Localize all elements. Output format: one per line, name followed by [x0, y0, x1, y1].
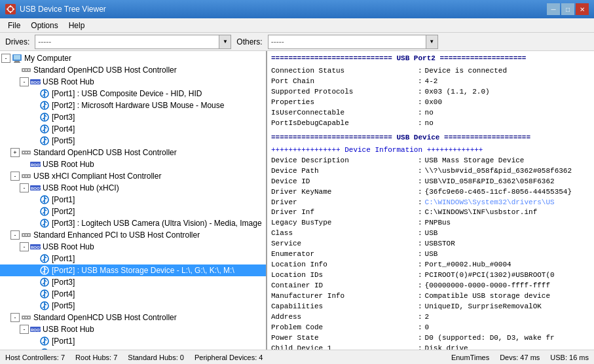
tree-item-port5-2[interactable]: [Port2]: [0, 347, 266, 350]
tree-item-roothub2[interactable]: ROOTUSB Root Hub: [0, 158, 266, 170]
tree-item-port4-5[interactable]: [Port5]: [0, 300, 266, 312]
others-combo[interactable]: ----- ▼: [268, 35, 438, 49]
location-info-val: Port_#0002.Hub_#0004: [425, 260, 511, 270]
driver-inf-row: Driver Inf : C:\WINDOWS\INF\usbstor.inf: [271, 208, 590, 218]
expand-btn-ohci4[interactable]: -: [10, 313, 20, 322]
expand-btn-roothub1[interactable]: -: [20, 77, 29, 86]
tree-item-port1-5[interactable]: [Port5]: [0, 135, 266, 147]
svg-rect-63: [28, 234, 29, 236]
location-info-row: Location Info : Port_#0002.Hub_#0004: [271, 260, 590, 270]
tree-item-ohci4[interactable]: -Standard OpenHCD USB Host Controller: [0, 312, 266, 323]
tree-item-xhci1[interactable]: -USB xHCI Compliant Host Controller: [0, 170, 266, 182]
host-controllers-status: Host Controllers: 7: [5, 354, 65, 361]
tree-panel[interactable]: -My ComputerStandard OpenHCD USB Host Co…: [0, 51, 267, 350]
others-label: Others:: [236, 37, 262, 46]
tree-item-port1-3[interactable]: [Port3]: [0, 111, 266, 123]
container-id-row: Container ID : {00000000-0000-0000-ffff-…: [271, 281, 590, 291]
tree-label-roothub4: USB Root Hub: [43, 242, 94, 251]
driver-key: Driver: [271, 198, 415, 208]
legacy-bustype-key: Legacy BusType: [271, 218, 415, 228]
tree-item-mycomputer[interactable]: -My Computer: [0, 52, 266, 64]
drives-dropdown-btn[interactable]: ▼: [219, 35, 231, 48]
maximize-button[interactable]: □: [561, 3, 574, 15]
enumerator-key: Enumerator: [271, 249, 415, 260]
svg-rect-12: [26, 69, 27, 71]
expand-btn-roothub5[interactable]: -: [20, 325, 29, 334]
svg-text:ROOT: ROOT: [31, 163, 41, 167]
drives-label: Drives:: [5, 37, 29, 46]
location-ids-key: Location IDs: [271, 270, 415, 281]
standard-hubs-status: Standard Hubs: 0: [128, 354, 184, 361]
svg-rect-9: [14, 62, 20, 63]
expand-btn-ohci2[interactable]: +: [10, 148, 20, 157]
tree-item-port5-1[interactable]: [Port1]: [0, 335, 266, 347]
svg-rect-44: [26, 175, 27, 177]
child-device-val: Disk drive: [425, 344, 468, 350]
tree-item-port3-3[interactable]: [Port3] : Logitech USB Camera (Ultra Vis…: [0, 217, 266, 229]
close-button[interactable]: ✕: [576, 3, 589, 15]
tree-item-port4-3[interactable]: [Port3]: [0, 276, 266, 288]
connection-status-key: Connection Status: [271, 66, 415, 77]
tree-icon-usb: [39, 348, 50, 350]
device-description-val: USB Mass Storage Device: [425, 156, 525, 166]
details-panel[interactable]: ============================ USB Port2 =…: [267, 51, 594, 350]
menu-file[interactable]: File: [3, 20, 26, 31]
tree-item-port4-2[interactable]: [Port2] : USB Mass Storage Device - L:\,…: [0, 264, 266, 276]
tree-item-port4-1[interactable]: [Port1]: [0, 253, 266, 264]
usb-device-header: ============================ USB Device …: [271, 133, 590, 143]
devs-status: Devs: 47 ms: [500, 354, 540, 361]
expand-btn-xhci1[interactable]: -: [10, 172, 20, 181]
expand-btn-mycomputer[interactable]: -: [1, 54, 10, 63]
tree-icon-usb: [39, 265, 50, 276]
tree-item-port4-4[interactable]: [Port4]: [0, 288, 266, 300]
tree-label-ohci2: Standard OpenHCD USB Host Controller: [33, 148, 177, 157]
child-device-key: Child Device 1: [271, 344, 415, 350]
properties-val: 0x00: [425, 98, 442, 108]
others-dropdown-btn[interactable]: ▼: [426, 35, 437, 48]
device-path-val: \\?\usb#vid_058f&pid_6362#058f6362: [425, 166, 572, 177]
tree-item-ohci1[interactable]: Standard OpenHCD USB Host Controller: [0, 64, 266, 76]
enum-times-status: EnumTimes: [451, 354, 489, 361]
svg-rect-89: [28, 317, 29, 318]
tree-item-port3-2[interactable]: [Port2]: [0, 206, 266, 217]
tree-item-port1-1[interactable]: [Port1] : USB Composite Device - HID, HI…: [0, 88, 266, 100]
expand-btn-roothub3[interactable]: -: [20, 183, 29, 192]
status-bar: Host Controllers: 7 Root Hubs: 7 Standar…: [0, 350, 594, 364]
tree-item-roothub3[interactable]: -ROOTUSB Root Hub (xHCI): [0, 182, 266, 194]
problem-code-val: 0: [425, 323, 430, 333]
properties-key: Properties: [271, 98, 415, 108]
expand-btn-roothub4[interactable]: -: [20, 242, 29, 251]
tree-item-roothub5[interactable]: -ROOTUSB Root Hub: [0, 323, 266, 335]
menu-options[interactable]: Options: [26, 20, 63, 31]
tree-item-port1-2[interactable]: [Port2] : Microsoft Hardware USB Mouse -…: [0, 100, 266, 111]
service-val: USBSTOR: [425, 239, 455, 249]
service-row: Service : USBSTOR: [271, 239, 590, 249]
svg-text:ROOT: ROOT: [31, 187, 41, 191]
tree-item-ohci2[interactable]: +Standard OpenHCD USB Host Controller: [0, 147, 266, 158]
tree-item-port1-4[interactable]: [Port4]: [0, 123, 266, 135]
child-device-row: Child Device 1 : Disk drive: [271, 344, 590, 350]
minimize-button[interactable]: ─: [547, 3, 560, 15]
port-is-debug-capable-row: PortIsDebugCapable : no: [271, 118, 590, 129]
device-id-val: USB\VID_058F&PID_6362\058F6362: [425, 177, 555, 187]
tree-icon-usb: [39, 124, 50, 134]
capabilities-key: Capabilities: [271, 302, 415, 312]
tree-label-roothub3: USB Root Hub (xHCI): [43, 183, 119, 192]
port-is-debug-capable-key: PortIsDebugCapable: [271, 118, 415, 129]
tree-item-roothub4[interactable]: -ROOTUSB Root Hub: [0, 241, 266, 253]
tree-icon-pci: [21, 65, 31, 75]
tree-item-port3-1[interactable]: [Port1]: [0, 194, 266, 206]
tree-label-port4-1: [Port1]: [52, 254, 75, 263]
port2-header: ============================ USB Port2 =…: [271, 54, 590, 64]
svg-text:ROOT: ROOT: [31, 328, 41, 332]
address-key: Address: [271, 312, 415, 323]
tree-item-roothub1[interactable]: -ROOTUSB Root Hub: [0, 76, 266, 88]
manufacturer-info-row: Manufacturer Info : Compatible USB stora…: [271, 291, 590, 302]
menu-help[interactable]: Help: [64, 20, 90, 31]
expand-btn-ohci3[interactable]: -: [10, 230, 20, 240]
drives-combo[interactable]: ----- ▼: [35, 35, 231, 49]
main-content: -My ComputerStandard OpenHCD USB Host Co…: [0, 51, 594, 350]
tree-item-ohci3[interactable]: -Standard Enhanced PCI to USB Host Contr…: [0, 229, 266, 241]
tree-label-port1-3: [Port3]: [52, 113, 75, 122]
svg-rect-43: [23, 175, 24, 177]
